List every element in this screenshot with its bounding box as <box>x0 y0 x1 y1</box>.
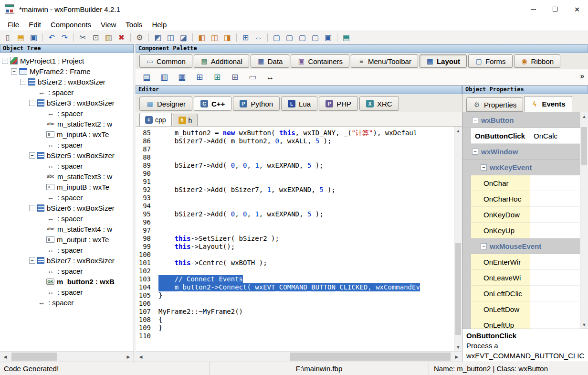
event-category-row[interactable]: −wxKeyEvent <box>462 160 580 175</box>
palette-tab-menu-toolbar[interactable]: ≡Menu/Toolbar <box>351 54 418 68</box>
tree-node[interactable]: am_output : wxTe <box>0 234 134 245</box>
tree-node[interactable]: ↔: spacer <box>0 108 134 118</box>
scrollbar-track[interactable] <box>10 352 123 362</box>
palette-tab-containers[interactable]: ▣Containers <box>291 54 349 68</box>
event-handler-cell[interactable] <box>530 223 580 238</box>
event-row[interactable]: OnKeyDow <box>462 207 580 223</box>
tree-collapse-icon[interactable]: − <box>29 205 35 211</box>
palette-tab-layout[interactable]: ▤Layout <box>420 54 467 68</box>
paste-button[interactable]: ▥ <box>103 32 115 43</box>
event-handler-cell[interactable] <box>530 270 580 286</box>
grid-bag-sizer-tool[interactable]: ⊞ <box>230 72 240 83</box>
event-row[interactable]: OnLeaveWi <box>462 270 580 286</box>
menu-item-tools[interactable]: Tools <box>121 19 147 30</box>
scroll-left-icon[interactable]: ◀ <box>0 352 10 362</box>
event-row[interactable]: OnCharHoc <box>462 191 580 207</box>
border-right-button[interactable]: ▢ <box>284 32 295 43</box>
menu-item-file[interactable]: File <box>3 19 24 30</box>
minimize-button[interactable] <box>522 0 544 18</box>
category-collapse-icon[interactable]: − <box>472 149 478 155</box>
tree-node[interactable]: OKm_button2 : wxB <box>0 276 134 287</box>
editor-hscrollbar[interactable]: ◀ ▶ <box>136 351 462 362</box>
scroll-right-icon[interactable]: ▶ <box>452 352 462 362</box>
tree-collapse-icon[interactable]: − <box>29 152 35 159</box>
border-bottom-button[interactable]: ▢ <box>309 32 321 43</box>
align-center-horizontal-button[interactable]: ◫ <box>209 32 220 43</box>
event-row[interactable]: OnLeftDClic <box>462 286 580 301</box>
tree-node[interactable]: ↔: spacer <box>0 266 134 276</box>
event-row[interactable]: OnEnterWir <box>462 254 580 270</box>
tree-node[interactable]: −MyProject1 : Project <box>0 55 134 66</box>
event-handler-cell[interactable] <box>530 317 580 329</box>
category-collapse-icon[interactable]: − <box>481 164 487 171</box>
default-editor-button[interactable]: ▤ <box>340 32 352 43</box>
copy-button[interactable]: ⊡ <box>90 32 102 43</box>
menu-item-edit[interactable]: Edit <box>24 19 46 30</box>
editor-tab-c[interactable]: CC++ <box>194 96 231 111</box>
file-tab-h[interactable]: hh <box>173 114 198 126</box>
object-tree-hscrollbar[interactable]: ◀ ▶ <box>0 351 134 362</box>
editor-tab-lua[interactable]: LLua <box>281 96 317 111</box>
new-project-button[interactable]: ▯ <box>2 32 14 43</box>
tree-node[interactable]: ↔: spacer <box>0 287 134 297</box>
properties-tab-events[interactable]: ϟEvents <box>524 96 572 112</box>
generate-code-button[interactable]: ⚙ <box>134 32 146 43</box>
tree-node[interactable]: ↔: spacer <box>0 245 134 255</box>
editor-vscrollbar[interactable]: ▲ ▼ <box>454 127 462 351</box>
maximize-button[interactable] <box>544 0 566 18</box>
file-tab-cpp[interactable]: ccpp <box>139 113 172 126</box>
align-top-button[interactable]: ◩ <box>152 32 164 43</box>
tree-node[interactable]: −bSizer5 : wxBoxSizer <box>0 150 134 161</box>
event-handler-cell[interactable] <box>530 301 580 317</box>
tree-node[interactable]: ↔: spacer <box>0 139 134 150</box>
event-handler-cell[interactable] <box>530 254 580 270</box>
cut-button[interactable]: ✂ <box>77 32 89 43</box>
event-handler-cell[interactable] <box>530 286 580 301</box>
scrollbar-thumb[interactable] <box>290 353 451 361</box>
scroll-left-icon[interactable]: ◀ <box>136 352 146 362</box>
scrollbar-track[interactable] <box>580 120 588 321</box>
palette-tab-forms[interactable]: ▢Forms <box>468 54 513 68</box>
scroll-right-icon[interactable]: ▶ <box>123 352 134 362</box>
palette-tab-data[interactable]: ▦Data <box>251 54 290 68</box>
properties-tab-properties[interactable]: ⚙Properties <box>466 97 523 112</box>
event-handler-cell[interactable] <box>530 175 580 191</box>
menu-item-view[interactable]: View <box>96 19 121 30</box>
scrollbar-track[interactable] <box>146 352 452 362</box>
tree-node[interactable]: am_inputB : wxTe <box>0 182 134 192</box>
scroll-up-icon[interactable]: ▲ <box>580 112 588 120</box>
tree-collapse-icon[interactable]: − <box>11 68 17 75</box>
event-row[interactable]: OnKeyUp <box>462 223 580 238</box>
scrollbar-track[interactable] <box>454 135 462 343</box>
save-button[interactable]: ▣ <box>28 32 40 43</box>
editor-tab-python[interactable]: PPython <box>233 96 280 111</box>
event-category-row[interactable]: −wxWindow <box>462 144 580 160</box>
tree-node[interactable]: ↔: spacer <box>0 87 134 97</box>
grid-vscrollbar[interactable]: ▲ ▼ <box>580 112 588 329</box>
align-center-vertical-button[interactable]: ◫ <box>165 32 177 43</box>
close-button[interactable]: × <box>566 0 588 18</box>
tree-node[interactable]: −MyFrame2 : Frame <box>0 66 134 76</box>
box-sizer-tool[interactable]: ▤ <box>141 72 152 83</box>
event-category-row[interactable]: −wxMouseEvent <box>462 238 580 254</box>
palette-tab-common[interactable]: ▭Common <box>139 54 192 68</box>
editor-tab-designer[interactable]: ▦Designer <box>139 96 192 111</box>
tree-collapse-icon[interactable]: − <box>29 257 35 264</box>
category-collapse-icon[interactable]: − <box>481 243 487 249</box>
align-right-button[interactable]: ◨ <box>221 32 233 43</box>
redo-button[interactable]: ↷ <box>59 32 71 43</box>
tree-node[interactable]: abcm_staticText2 : w <box>0 118 134 129</box>
tree-node[interactable]: −bSizer2 : wxBoxSizer <box>0 76 134 87</box>
palette-tab-additional[interactable]: ▤Additional <box>194 54 249 68</box>
editor-tab-xrc[interactable]: XXRC <box>359 96 399 111</box>
event-handler-cell[interactable] <box>530 191 580 207</box>
spacer-tool[interactable]: ↔ <box>265 72 275 83</box>
tree-node[interactable]: abcm_staticText3 : w <box>0 171 134 182</box>
align-left-button[interactable]: ◧ <box>196 32 208 43</box>
tree-collapse-icon[interactable]: − <box>29 100 35 106</box>
tree-node[interactable]: −bSizer6 : wxBoxSizer <box>0 203 134 213</box>
open-button[interactable]: ▤ <box>15 32 27 43</box>
stretch-button[interactable]: ⇔ <box>252 32 264 43</box>
event-row[interactable]: OnButtonClickOnCalc <box>462 128 580 144</box>
event-category-row[interactable]: −wxButton <box>462 112 580 128</box>
